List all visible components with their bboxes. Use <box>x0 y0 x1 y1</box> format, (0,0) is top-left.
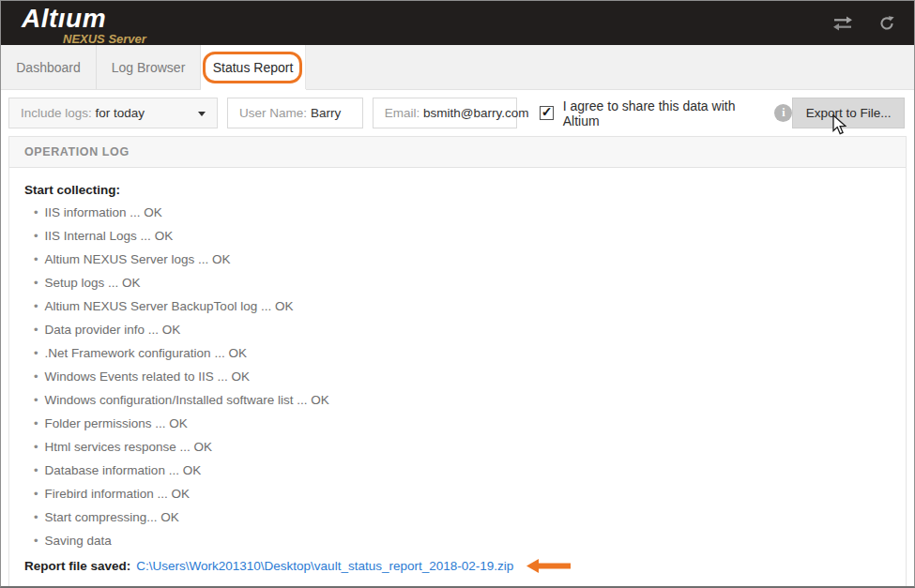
bullet-icon: • <box>34 416 38 430</box>
swap-arrows-icon[interactable] <box>831 16 854 31</box>
logo-title: Altıum <box>22 4 106 33</box>
report-saved-label: Report file saved: <box>24 559 130 573</box>
orange-arrow-annotation <box>526 559 571 573</box>
log-item: •Setup logs ... OK <box>24 271 891 294</box>
altium-logo: Altıum NEXUS Server <box>22 6 146 45</box>
log-item: •Altium NEXUS Server BackupTool log ... … <box>24 294 891 318</box>
report-saved-line: Report file saved: C:\Users\Work201310\D… <box>24 559 891 573</box>
include-logs-label: Include logs: <box>21 106 96 120</box>
log-item: •Windows configuration/Installed softwar… <box>24 388 891 412</box>
bullet-icon: • <box>34 299 38 313</box>
log-item: •Folder permissions ... OK <box>24 412 891 435</box>
log-item: •IIS information ... OK <box>24 201 891 224</box>
bullet-icon: • <box>34 510 38 524</box>
log-item: •Html services response ... OK <box>24 435 891 459</box>
tab-dashboard[interactable]: Dashboard <box>1 45 97 89</box>
tab-dashboard-label: Dashboard <box>16 60 81 75</box>
tab-status-report[interactable]: Status Report <box>201 45 306 89</box>
tab-bar: Dashboard Log Browser Status Report <box>1 45 914 90</box>
email-label: Email: <box>385 106 423 120</box>
bullet-icon: • <box>34 487 38 501</box>
info-icon[interactable]: i <box>774 104 792 122</box>
include-logs-dropdown[interactable]: Include logs: for today <box>8 98 218 128</box>
email-input[interactable]: Email: bsmith@barry.com <box>373 98 517 128</box>
log-item: •Altium NEXUS Server logs ... OK <box>24 248 891 271</box>
log-item: •Database information ... OK <box>24 459 891 482</box>
bullet-icon: • <box>34 463 38 477</box>
user-name-input[interactable]: User Name: Barry <box>227 98 363 128</box>
user-name-value: Barry <box>311 106 341 120</box>
agree-checkbox-group: I agree to share this data with Altium i <box>540 98 793 128</box>
operation-log-title: OPERATION LOG <box>24 145 130 158</box>
header-icon-group <box>831 1 895 45</box>
user-name-label: User Name: <box>239 106 311 120</box>
operation-log-header: OPERATION LOG <box>9 137 906 168</box>
bullet-icon: • <box>34 205 38 219</box>
log-item: •Data provider info ... OK <box>24 318 891 341</box>
tab-log-browser[interactable]: Log Browser <box>97 45 201 89</box>
log-item: •Saving data <box>24 529 891 552</box>
include-logs-value: for today <box>96 106 145 120</box>
report-toolbar: Include logs: for today User Name: Barry… <box>1 90 914 136</box>
log-item: •Start compressing... OK <box>24 505 891 529</box>
log-item: •Firebird information ... OK <box>24 482 891 505</box>
bullet-icon: • <box>34 229 38 243</box>
tab-status-report-label: Status Report <box>213 60 294 75</box>
logo-subtitle: NEXUS Server <box>63 33 146 45</box>
bullet-icon: • <box>34 252 38 266</box>
email-value: bsmith@barry.com <box>423 106 528 120</box>
bullet-icon: • <box>34 440 38 454</box>
bullet-icon: • <box>34 534 38 548</box>
operation-log-body: Start collecting: •IIS information ... O… <box>9 168 906 588</box>
bullet-icon: • <box>34 393 38 407</box>
bullet-icon: • <box>34 323 38 337</box>
log-item: •IIS Internal Logs ... OK <box>24 224 891 248</box>
agree-checkbox[interactable] <box>540 106 554 120</box>
log-intro: Start collecting: <box>24 183 891 197</box>
agree-label: I agree to share this data with Altium <box>563 98 764 128</box>
top-header-bar: Altıum NEXUS Server <box>1 1 914 45</box>
refresh-icon[interactable] <box>878 15 895 32</box>
bullet-icon: • <box>34 369 38 384</box>
bullet-icon: • <box>34 276 38 290</box>
log-item: •Windows Events related to IIS ... OK <box>24 365 891 388</box>
operation-log-list: •IIS information ... OK•IIS Internal Log… <box>24 201 891 552</box>
tab-log-browser-label: Log Browser <box>112 60 186 75</box>
chevron-down-icon <box>198 112 206 116</box>
operation-log-panel: OPERATION LOG Start collecting: •IIS inf… <box>8 136 907 588</box>
bullet-icon: • <box>34 346 38 360</box>
log-item: •.Net Framework configuration ... OK <box>24 341 891 365</box>
report-file-link[interactable]: C:\Users\Work201310\Desktop\vault_status… <box>136 559 513 573</box>
app-window: Altıum NEXUS Server Dashboar <box>0 0 915 588</box>
export-to-file-button[interactable]: Export to File... <box>792 98 905 128</box>
